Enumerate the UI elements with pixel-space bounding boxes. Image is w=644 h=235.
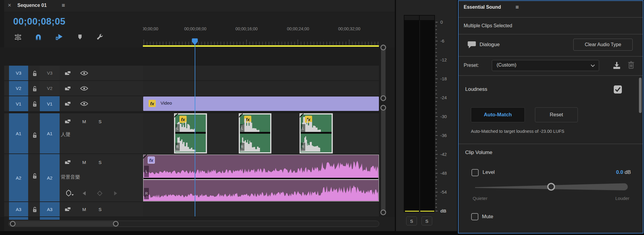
channel-right-label: R [240,143,244,151]
track-target-a3[interactable]: A3 [40,202,60,216]
solo-right-button[interactable]: S [421,216,432,225]
panel-scrollbar-thumb[interactable] [639,78,642,113]
source-patch-a3[interactable]: A3 [9,202,28,216]
work-area-bar[interactable] [143,45,379,47]
track-target-a1[interactable]: A1 [40,113,60,153]
audio-type-label: Dialogue [480,42,500,48]
panel-menu-icon[interactable]: ≡ [62,2,65,9]
sync-lock-icon[interactable] [64,206,72,213]
source-patch-v2[interactable]: V2 [9,81,28,96]
reset-button[interactable]: Reset [535,107,578,122]
track-name[interactable]: 背景音樂 [61,174,80,180]
horizontal-scrollbar-thumb[interactable] [9,221,118,226]
video-scrollbar-handle-bottom[interactable] [380,95,386,101]
track-target-v3[interactable]: V3 [40,66,60,80]
solo-left-button[interactable]: S [406,216,417,225]
dialogue-icon [467,40,477,49]
fx-badge-icon[interactable]: fx [149,100,156,107]
level-value-group[interactable]: 0.0 dB [587,169,631,175]
sync-lock-icon[interactable] [64,159,72,165]
clip-channel-divider [301,132,332,134]
video-tracks-scrollbar[interactable] [381,44,386,101]
mute-track-button[interactable]: M [82,207,86,212]
track-output-eye-icon[interactable] [80,101,88,107]
lock-open-icon[interactable] [31,132,38,138]
solo-track-button[interactable]: S [99,160,102,165]
channel-left-label: L [301,124,305,132]
clip-channel-divider [240,132,270,134]
mute-label: Mute [482,214,493,220]
track-name[interactable]: 人聲 [61,132,70,138]
track-output-eye-icon[interactable] [80,85,88,91]
zoom-handle-left[interactable] [10,221,16,227]
track-target-a2[interactable]: A2 [40,154,60,201]
lock-open-icon[interactable] [31,206,38,213]
selected-audio-clip[interactable]: fxLR [239,113,271,153]
mute-checkbox[interactable] [471,213,478,220]
sync-lock-icon[interactable] [64,70,72,76]
music-audio-clip[interactable]: fxLR [143,155,379,201]
timeline-ruler[interactable]: 00;00;0000;00;08;0000;00;16;0000;00;24;0… [143,25,379,46]
meter-scale-label: 0 [440,19,443,25]
selected-audio-clip[interactable]: fxLR [300,113,333,153]
timeline-settings-icon[interactable] [96,33,104,41]
add-keyframe-icon[interactable] [97,191,102,196]
clip-volume-heading: Clip Volume [465,150,492,156]
lock-open-icon[interactable] [31,85,38,92]
level-value[interactable]: 0.0 [616,169,623,175]
snap-icon[interactable] [34,33,43,41]
source-patch-a1[interactable]: A1 [9,113,28,153]
mute-track-button[interactable]: M [82,160,86,165]
delete-preset-icon[interactable] [627,60,635,70]
audio-track-lane [143,202,379,216]
ruler-ticks [143,25,379,46]
meter-scale-label: -42 [440,152,447,157]
lock-open-icon[interactable] [31,100,38,107]
essential-sound-panel: Essential Sound ≡ Multiple Clips Selecte… [458,0,643,234]
level-slider-thumb[interactable] [547,183,555,191]
loudness-checkbox[interactable] [614,85,622,94]
linked-selection-icon[interactable] [55,33,63,41]
check-icon [614,85,622,94]
auto-match-button[interactable]: Auto-Match [471,107,525,122]
track-target-v1[interactable]: V1 [40,96,60,111]
save-preset-icon[interactable] [612,61,622,70]
sync-lock-icon[interactable] [64,118,72,125]
keyframe-type-icon[interactable] [66,189,75,197]
solo-track-button[interactable]: S [99,207,102,212]
clear-audio-type-button[interactable]: Clear Audio Type [573,39,633,51]
nested-sequence-icon[interactable] [14,33,22,41]
video-scrollbar-handle-top[interactable] [380,45,386,50]
sequence-tab[interactable]: Sequence 01 [17,3,47,8]
solo-track-button[interactable]: S [99,119,102,124]
sync-lock-icon[interactable] [64,85,72,92]
source-patch-a2[interactable]: A2 [9,154,28,201]
meter-scale-label: -36 [440,133,447,138]
preset-dropdown[interactable]: (Custom) [492,60,599,71]
mute-track-button[interactable]: M [82,119,86,124]
previous-keyframe-icon[interactable] [81,191,87,196]
add-marker-icon[interactable] [76,33,84,41]
audio-tracks-scrollbar[interactable] [381,105,386,214]
selected-audio-clip[interactable]: fxLR [174,113,207,153]
source-patch-v3[interactable]: V3 [9,66,28,80]
track-target-v2[interactable]: V2 [40,81,60,96]
audio-scrollbar-handle-top[interactable] [380,105,386,111]
source-patch-v1[interactable]: V1 [9,96,28,111]
close-panel-icon[interactable]: × [8,2,11,9]
audio-meters-panel: 0-6-12-18-24-30-36-42-48-54dB S S [396,0,457,231]
track-output-eye-icon[interactable] [80,70,88,76]
lock-open-icon[interactable] [31,70,38,76]
lock-open-icon[interactable] [31,172,38,179]
next-keyframe-icon[interactable] [113,191,118,196]
zoom-handle-right[interactable] [113,221,119,227]
playhead[interactable] [192,38,199,46]
audio-scrollbar-handle-bottom[interactable] [380,210,386,215]
timecode-display[interactable]: 00;00;08;05 [13,16,65,27]
essential-sound-menu-icon[interactable]: ≡ [515,4,519,10]
fade-handle-corner [239,113,244,118]
sync-lock-icon[interactable] [64,100,72,107]
level-checkbox[interactable] [471,169,479,176]
video-clip[interactable]: fxVideo [143,97,379,111]
waveform-left-channel [240,116,270,132]
